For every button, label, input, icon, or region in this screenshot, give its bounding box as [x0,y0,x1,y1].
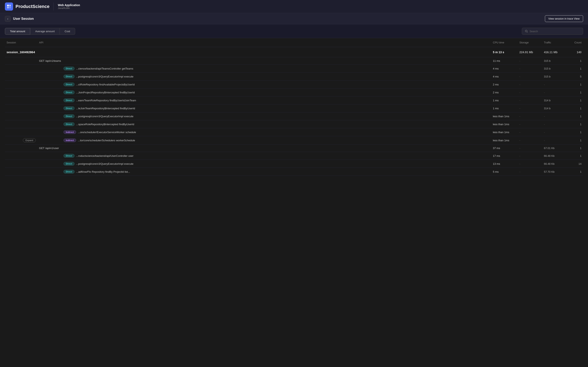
col-header-count: Count [567,38,583,47]
svg-rect-2 [7,7,9,8]
view-trace-button[interactable]: View session in trace View [545,15,583,22]
table-row: Indirect ...ore/scheduler/ExecutorServic… [5,128,583,136]
svg-line-5 [527,32,527,33]
col-header-storage: Storage [518,38,542,47]
col-header-session: Session [5,38,37,47]
session-count: 140 [567,47,583,57]
api-session-col [5,57,37,65]
badge-direct: Direct [63,75,74,78]
col-header-api: API [37,38,491,47]
logo-text: ProductScience [16,4,49,9]
table-row: Expand Indirect ...tor/core/scheduler/Sc… [5,136,583,145]
svg-rect-3 [9,7,11,8]
data-table: Session API CPU time Storage Traffic Cou… [5,38,583,176]
table-row: Direct ...cience/backend/api/TeamsContro… [5,65,583,73]
badge-direct: Direct [63,91,74,94]
badge-direct: Direct [63,154,74,158]
search-box [522,28,583,35]
app-lang: Java/Kotlin [58,7,80,9]
table-row: Direct ...postgresql/core/v3/QueryExecut… [5,73,583,81]
badge-direct: Direct [63,114,74,118]
badge-direct: Direct [63,99,74,102]
table-row: Direct ...ctRoleRepository findAvailable… [5,81,583,89]
expand-button[interactable]: Expand [23,138,36,142]
app-info: Web Application Java/Kotlin [58,3,80,9]
table-row: Direct ...roductscience/backend/api/User… [5,152,583,160]
session-storage: 224.91 Mb [518,47,542,57]
tab-cost[interactable]: Cost [60,28,75,35]
table-header-row: Session API CPU time Storage Traffic Cou… [5,38,583,47]
page-title: User Session [13,17,34,21]
session-row: session_160492864 5 m 13 s 224.91 Mb 416… [5,47,583,57]
api-name-cell: GET /api/v1/teams [37,57,491,65]
col-header-cpu: CPU time [491,38,518,47]
tabs: Total amount Average amount Cost [5,28,75,35]
back-button[interactable]: ‹ [5,16,11,22]
logo-block: ProductScience [5,2,49,11]
badge-direct: Direct [63,122,74,126]
session-cpu: 5 m 13 s [491,47,518,57]
page-header: ‹ User Session View session in trace Vie… [0,13,588,25]
badge-indirect: Indirect [63,138,76,142]
table-row: Direct ...eam/TeamRoleRepository findByU… [5,96,583,104]
badge-direct: Direct [63,106,74,110]
badge-direct: Direct [63,67,74,70]
table-row: GET /api/v1/teams 11 ms - 315 b 1 [5,57,583,65]
logo-icon [5,2,13,11]
page-header-left: ‹ User Session [5,16,34,22]
table-row: Direct ...postgresql/core/v3/QueryExecut… [5,160,583,168]
table-row: Direct ...spaceRoleRepository$Intercepte… [5,120,583,128]
table-container: Session API CPU time Storage Traffic Cou… [0,38,588,181]
col-header-traffic: Traffic [542,38,567,47]
table-row: GET /api/v1/user 37 ms - 67.01 Kb 1 [5,145,583,152]
search-input[interactable] [530,30,580,33]
table-row: Direct ...adfl/ow/Flo Repository findBy … [5,168,583,176]
session-traffic: 416.11 Mb [542,47,567,57]
badge-indirect: Indirect [63,130,76,134]
top-nav: ProductScience Web Application Java/Kotl… [0,0,588,13]
badge-direct: Direct [63,170,74,174]
badge-direct: Direct [63,83,74,86]
svg-rect-1 [9,5,11,6]
app-name: Web Application [58,3,80,7]
table-row: Direct ...leJoinTeamRepository$Intercept… [5,104,583,112]
nav-divider [53,2,54,11]
tab-average-amount[interactable]: Average amount [30,28,60,35]
tab-total-amount[interactable]: Total amount [5,28,30,35]
table-row: Direct ...postgresql/core/v3/QueryExecut… [5,112,583,120]
session-id: session_160492864 [5,47,491,57]
svg-rect-0 [7,5,9,6]
table-row: Direct ...JoinProjectRepository$Intercep… [5,89,583,96]
toolbar: Total amount Average amount Cost [0,25,588,38]
badge-direct: Direct [63,162,74,166]
search-icon [525,30,528,33]
